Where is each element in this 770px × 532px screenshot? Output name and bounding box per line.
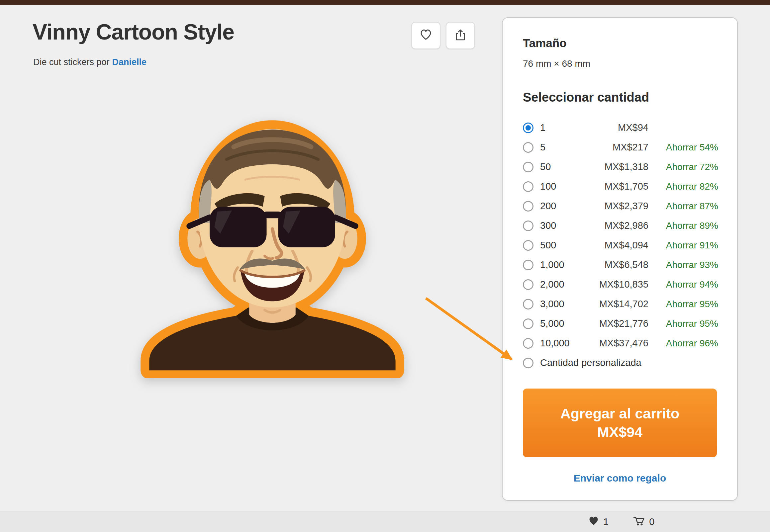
quantity-option-row[interactable]: 50 MX$1,318 Ahorrar 72% bbox=[523, 157, 717, 177]
radio-button[interactable] bbox=[523, 221, 533, 231]
option-quantity-label: Cantidad personalizada bbox=[540, 357, 590, 368]
add-to-cart-price: MX$94 bbox=[597, 423, 642, 441]
cart-icon bbox=[633, 516, 645, 527]
option-savings: Ahorrar 93% bbox=[648, 260, 718, 270]
option-quantity-label: 5,000 bbox=[540, 318, 590, 329]
option-quantity-label: 100 bbox=[540, 181, 590, 192]
quantity-option-row[interactable]: 10,000 MX$37,476 Ahorrar 96% bbox=[523, 333, 717, 353]
option-savings: Ahorrar 82% bbox=[648, 181, 718, 192]
radio-button[interactable] bbox=[523, 358, 533, 368]
add-to-cart-button[interactable]: Agregar al carrito MX$94 bbox=[523, 389, 717, 457]
share-icon bbox=[454, 29, 467, 43]
option-quantity-label: 10,000 bbox=[540, 338, 590, 349]
quantity-option-row[interactable]: 3,000 MX$14,702 Ahorrar 95% bbox=[523, 294, 717, 314]
quantity-option-row[interactable]: Cantidad personalizada bbox=[523, 353, 717, 373]
quantity-option-row[interactable]: 5,000 MX$21,776 Ahorrar 95% bbox=[523, 314, 717, 333]
radio-button[interactable] bbox=[523, 181, 533, 192]
option-price: MX$21,776 bbox=[590, 318, 648, 329]
option-price: MX$4,094 bbox=[590, 240, 648, 251]
option-quantity-label: 5 bbox=[540, 142, 590, 153]
option-price: MX$2,986 bbox=[590, 220, 648, 231]
option-price: MX$10,835 bbox=[590, 279, 648, 290]
option-savings: Ahorrar 95% bbox=[648, 318, 718, 329]
add-to-cart-label: Agregar al carrito bbox=[560, 404, 679, 423]
radio-button[interactable] bbox=[523, 338, 533, 349]
option-quantity-label: 2,000 bbox=[540, 279, 590, 290]
heart-filled-icon bbox=[588, 516, 599, 528]
option-quantity-label: 50 bbox=[540, 161, 590, 172]
top-brand-bar bbox=[0, 0, 770, 5]
product-subtitle: Die cut stickers porDanielle bbox=[33, 57, 146, 67]
option-savings: Ahorrar 95% bbox=[648, 299, 718, 310]
quantity-option-row[interactable]: 5 MX$217 Ahorrar 54% bbox=[523, 137, 717, 157]
option-savings: Ahorrar 54% bbox=[648, 142, 718, 153]
radio-button[interactable] bbox=[523, 318, 533, 329]
option-price: MX$2,379 bbox=[590, 201, 648, 212]
radio-button[interactable] bbox=[523, 299, 533, 310]
quantity-options: 1 MX$94 5 MX$217 Ahorrar 54% 50 MX$1,318… bbox=[523, 118, 717, 373]
option-quantity-label: 200 bbox=[540, 201, 590, 212]
option-savings: Ahorrar 91% bbox=[648, 240, 718, 251]
option-quantity-label: 1 bbox=[540, 122, 590, 133]
favorites-counter[interactable]: 1 bbox=[588, 516, 609, 528]
option-price: MX$94 bbox=[590, 122, 648, 133]
favorite-button[interactable] bbox=[411, 22, 440, 49]
product-image-sticker bbox=[128, 107, 417, 378]
option-savings: Ahorrar 87% bbox=[648, 201, 718, 212]
option-quantity-label: 1,000 bbox=[540, 259, 590, 270]
quantity-option-row[interactable]: 200 MX$2,379 Ahorrar 87% bbox=[523, 196, 717, 216]
radio-button[interactable] bbox=[523, 240, 533, 251]
option-savings: Ahorrar 96% bbox=[648, 338, 718, 349]
option-quantity-label: 3,000 bbox=[540, 299, 590, 310]
option-savings: Ahorrar 94% bbox=[648, 279, 718, 290]
quantity-option-row[interactable]: 1 MX$94 bbox=[523, 118, 717, 137]
size-heading: Tamaño bbox=[523, 37, 717, 50]
radio-button[interactable] bbox=[523, 201, 533, 212]
maker-link[interactable]: Danielle bbox=[112, 57, 147, 67]
cart-count: 0 bbox=[649, 516, 654, 527]
option-savings: Ahorrar 72% bbox=[648, 162, 718, 172]
subtitle-text: Die cut stickers por bbox=[33, 57, 110, 67]
option-price: MX$1,705 bbox=[590, 181, 648, 192]
purchase-panel: Tamaño 76 mm × 68 mm Seleccionar cantida… bbox=[502, 17, 738, 501]
quantity-option-row[interactable]: 500 MX$4,094 Ahorrar 91% bbox=[523, 235, 717, 255]
size-value: 76 mm × 68 mm bbox=[523, 58, 717, 69]
radio-button[interactable] bbox=[523, 142, 533, 153]
option-price: MX$6,548 bbox=[590, 259, 648, 270]
option-savings: Ahorrar 89% bbox=[648, 221, 718, 231]
option-price: MX$1,318 bbox=[590, 161, 648, 172]
radio-button[interactable] bbox=[523, 123, 533, 133]
cart-counter[interactable]: 0 bbox=[633, 516, 654, 527]
option-quantity-label: 300 bbox=[540, 220, 590, 231]
quantity-option-row[interactable]: 1,000 MX$6,548 Ahorrar 93% bbox=[523, 255, 717, 275]
quantity-option-row[interactable]: 2,000 MX$10,835 Ahorrar 94% bbox=[523, 275, 717, 294]
option-price: MX$217 bbox=[590, 142, 648, 153]
send-as-gift-link[interactable]: Enviar como regalo bbox=[523, 473, 717, 484]
option-quantity-label: 500 bbox=[540, 240, 590, 251]
radio-button[interactable] bbox=[523, 260, 533, 270]
quantity-heading: Seleccionar cantidad bbox=[523, 90, 717, 105]
radio-button[interactable] bbox=[523, 162, 533, 172]
footer-bar: 1 0 bbox=[0, 511, 770, 532]
option-price: MX$37,476 bbox=[590, 338, 648, 349]
option-price: MX$14,702 bbox=[590, 299, 648, 310]
heart-outline-icon bbox=[420, 29, 432, 42]
radio-button[interactable] bbox=[523, 279, 533, 290]
quantity-option-row[interactable]: 300 MX$2,986 Ahorrar 89% bbox=[523, 216, 717, 235]
page-title: Vinny Cartoon Style bbox=[33, 19, 234, 44]
favorites-count: 1 bbox=[603, 516, 609, 527]
share-button[interactable] bbox=[446, 22, 475, 49]
quantity-option-row[interactable]: 100 MX$1,705 Ahorrar 82% bbox=[523, 177, 717, 196]
